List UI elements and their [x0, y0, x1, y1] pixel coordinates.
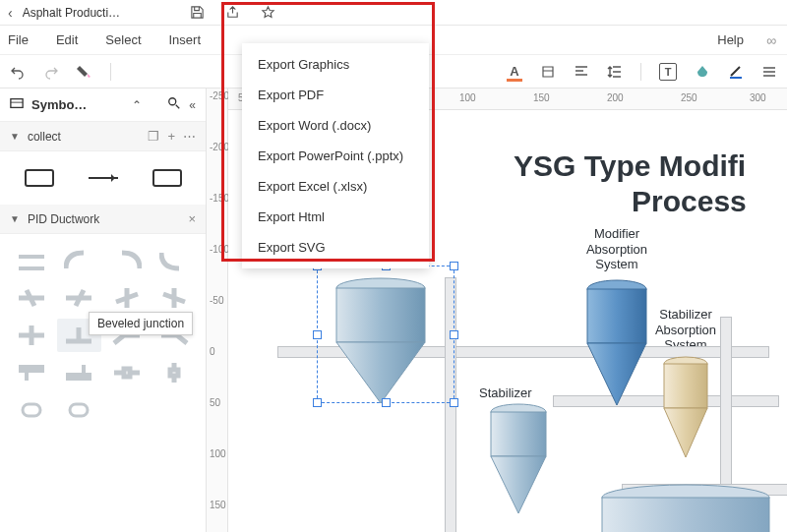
label-modifier-absorption: ModifierAbsorptionSystem	[573, 226, 661, 272]
selection-handle[interactable]	[313, 398, 322, 407]
export-word[interactable]: Export Word (.docx)	[242, 110, 429, 141]
tooltip-text: Beveled junction	[97, 317, 184, 330]
shape-tooltip: Beveled junction	[89, 312, 193, 335]
svg-rect-8	[491, 412, 546, 456]
selection-handle[interactable]	[313, 330, 322, 339]
pid-shape[interactable]	[10, 319, 53, 352]
selection-handle[interactable]	[450, 398, 458, 407]
ruler-mark: 100	[210, 448, 226, 459]
export-pdf[interactable]: Export PDF	[242, 80, 429, 110]
ruler-mark: 100	[459, 92, 476, 103]
ruler-mark: -200	[210, 142, 229, 152]
pid-shape[interactable]	[57, 356, 100, 389]
toolbar-divider	[110, 63, 111, 81]
pid-shape[interactable]	[10, 281, 53, 315]
pid-shape[interactable]	[57, 393, 100, 427]
collapse-sidebar-icon[interactable]: «	[189, 98, 196, 112]
share-icon[interactable]	[224, 5, 240, 21]
open-external-icon[interactable]: ❐	[148, 129, 159, 144]
selection-box[interactable]	[317, 266, 454, 403]
glasses-icon[interactable]: ∞	[763, 32, 779, 48]
search-icon[interactable]	[167, 96, 181, 113]
label-stabilizer: Stabilizer	[479, 385, 531, 401]
fill-color-icon[interactable]	[695, 64, 710, 80]
pid-shape[interactable]	[152, 356, 196, 389]
diagram-title-line2: Process	[632, 185, 747, 218]
svg-rect-1	[11, 99, 23, 108]
svg-rect-12	[664, 364, 707, 408]
pid-shape[interactable]	[105, 356, 149, 389]
line-color-icon[interactable]	[728, 64, 744, 80]
collect-shapes-grid	[0, 151, 206, 205]
vessel-modifier-absorption[interactable]	[577, 277, 656, 415]
undo-icon[interactable]	[10, 64, 26, 80]
ruler-mark: -100	[210, 244, 229, 255]
ruler-mark: 150	[533, 92, 550, 103]
ruler-mark: -250	[210, 90, 229, 101]
section-collect-header[interactable]: ▼ collect ❐ + ⋯	[0, 122, 206, 151]
ruler-mark: 300	[750, 92, 766, 103]
align-icon[interactable]	[574, 64, 589, 80]
star-icon[interactable]	[260, 5, 275, 21]
shape-rounded-rect-2[interactable]	[138, 161, 196, 195]
export-excel[interactable]: Export Excel (.xlsx)	[242, 171, 429, 202]
menu-insert[interactable]: Insert	[169, 32, 202, 47]
document-title: Asphalt Producti…	[23, 6, 120, 20]
pid-shape[interactable]	[105, 244, 149, 277]
caret-down-icon: ▼	[10, 131, 20, 142]
sidebar-header-label: Symbo…	[31, 97, 124, 112]
vertical-ruler: -250 -200 -150 -100 -50 0 50 100 150	[207, 89, 228, 532]
export-graphics[interactable]: Export Graphics	[242, 49, 429, 80]
add-icon[interactable]: +	[167, 129, 175, 144]
pid-shapes-grid	[0, 234, 206, 437]
pid-shape[interactable]	[57, 281, 100, 315]
section-collect-title: collect	[28, 130, 141, 144]
section-pid-header[interactable]: ▼ PID Ductwork ×	[0, 205, 206, 234]
pid-shape[interactable]	[10, 244, 53, 277]
pid-shape[interactable]	[152, 244, 196, 277]
export-powerpoint[interactable]: Export PowerPoint (.pptx)	[242, 141, 429, 171]
back-chevron-icon[interactable]: ‹	[8, 5, 13, 21]
redo-icon[interactable]	[43, 64, 59, 80]
format-painter-icon[interactable]	[77, 64, 92, 80]
close-section-icon[interactable]: ×	[188, 211, 196, 226]
shape-arrow-line[interactable]	[74, 161, 132, 195]
pid-shape[interactable]	[57, 244, 100, 277]
svg-rect-3	[23, 404, 40, 416]
symbols-sidebar: Symbo… ⌃ « ▼ collect ❐ + ⋯ ▼ PID Ductwor…	[0, 89, 207, 532]
ruler-mark: -50	[210, 295, 223, 306]
pid-shape[interactable]	[10, 356, 53, 389]
collapse-chevron-icon[interactable]: ⌃	[132, 98, 142, 112]
svg-point-2	[169, 98, 176, 105]
save-icon[interactable]	[189, 5, 205, 21]
menu-file[interactable]: File	[8, 32, 29, 47]
svg-rect-4	[70, 404, 88, 416]
line-spacing-icon[interactable]	[607, 64, 623, 80]
export-html[interactable]: Export Html	[242, 202, 429, 232]
title-bar: ‹ Asphalt Producti…	[0, 0, 787, 26]
vessel-stabilizer-absorption[interactable]	[656, 354, 715, 462]
svg-rect-0	[730, 77, 742, 79]
selection-handle[interactable]	[450, 262, 458, 270]
caret-down-icon: ▼	[10, 213, 20, 224]
selection-handle[interactable]	[450, 330, 458, 339]
more-icon[interactable]: ⋯	[183, 129, 196, 144]
diagram-title-line1: YSG Type Modifi	[514, 149, 746, 183]
vessel-stabilizer[interactable]	[484, 400, 553, 518]
highlight-icon[interactable]	[540, 64, 556, 80]
menu-help[interactable]: Help	[717, 32, 744, 48]
pid-shape[interactable]	[105, 281, 149, 315]
selection-handle[interactable]	[382, 398, 391, 407]
menu-select[interactable]: Select	[105, 32, 141, 47]
shape-rounded-rect[interactable]	[10, 161, 68, 195]
font-color-icon[interactable]: A	[507, 64, 522, 80]
pid-shape[interactable]	[10, 393, 53, 427]
vessel-large-tank[interactable]	[592, 484, 779, 532]
section-pid-title: PID Ductwork	[28, 212, 181, 226]
export-svg[interactable]: Export SVG	[242, 232, 429, 263]
text-tool-icon[interactable]: T	[659, 63, 677, 81]
svg-rect-14	[602, 498, 769, 532]
pid-shape[interactable]	[152, 281, 196, 315]
menu-edit[interactable]: Edit	[56, 32, 78, 47]
line-style-icon[interactable]	[761, 64, 777, 80]
